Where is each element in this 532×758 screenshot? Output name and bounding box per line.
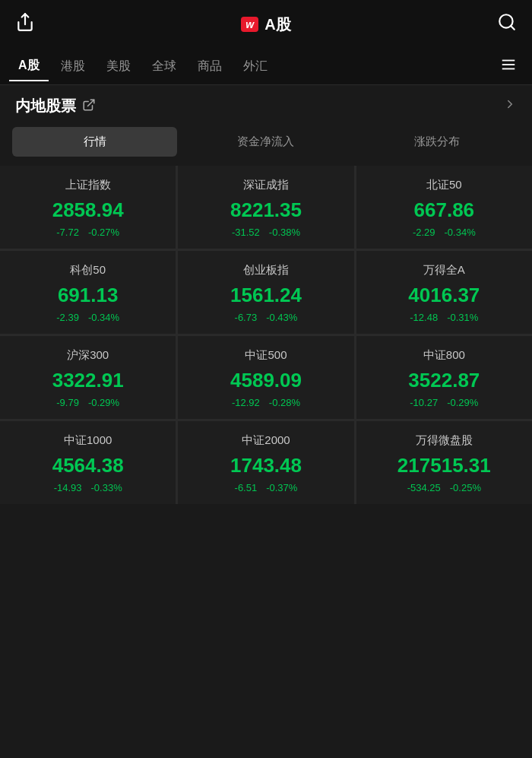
stock-value: 1561.24 bbox=[230, 284, 302, 307]
nav-tab-ashares[interactable]: A股 bbox=[9, 52, 49, 81]
stock-changes: -10.27 -0.29% bbox=[410, 397, 478, 408]
stock-change-pct: -0.37% bbox=[266, 482, 297, 493]
stock-change-abs: -14.93 bbox=[54, 482, 82, 493]
stock-name: 北证50 bbox=[426, 178, 462, 192]
stock-change-pct: -0.38% bbox=[269, 227, 300, 238]
stock-change-abs: -6.51 bbox=[235, 482, 258, 493]
stock-change-pct: -0.43% bbox=[266, 312, 297, 323]
section-title-text: 内地股票 bbox=[15, 96, 76, 116]
external-link-icon[interactable] bbox=[82, 98, 96, 115]
stock-change-pct: -0.25% bbox=[450, 482, 481, 493]
stock-change-pct: -0.29% bbox=[447, 397, 478, 408]
stock-card[interactable]: 万得微盘股 217515.31 -534.25 -0.25% bbox=[356, 421, 532, 504]
stock-name: 万得全A bbox=[423, 263, 465, 278]
stock-changes: -9.79 -0.29% bbox=[56, 397, 119, 408]
search-icon[interactable] bbox=[497, 12, 517, 36]
stock-name: 万得微盘股 bbox=[416, 433, 473, 448]
stock-card[interactable]: 万得全A 4016.37 -12.48 -0.31% bbox=[356, 251, 532, 334]
stock-value: 8221.35 bbox=[230, 198, 302, 222]
stock-name: 创业板指 bbox=[243, 263, 289, 278]
stock-card[interactable]: 深证成指 8221.35 -31.52 -0.38% bbox=[178, 166, 353, 249]
nav-tab-hkshares[interactable]: 港股 bbox=[52, 52, 94, 81]
stock-name: 中证1000 bbox=[64, 433, 112, 448]
share-icon[interactable] bbox=[15, 12, 35, 36]
stock-changes: -534.25 -0.25% bbox=[407, 482, 481, 493]
stock-name: 沪深300 bbox=[67, 348, 109, 363]
header-title: w A股 bbox=[241, 14, 290, 35]
header-title-text: A股 bbox=[264, 14, 290, 35]
stock-change-abs: -2.39 bbox=[56, 312, 79, 323]
stock-name: 中证2000 bbox=[242, 433, 290, 448]
sub-tab-quotes[interactable]: 行情 bbox=[12, 127, 177, 157]
stock-changes: -31.52 -0.38% bbox=[232, 227, 300, 238]
stock-change-abs: -12.92 bbox=[232, 397, 260, 408]
stock-value: 667.86 bbox=[414, 198, 475, 222]
stock-value: 3322.91 bbox=[52, 369, 124, 392]
stock-change-pct: -0.31% bbox=[447, 312, 478, 323]
section-header: 内地股票 bbox=[0, 85, 532, 127]
stock-changes: -12.48 -0.31% bbox=[410, 312, 478, 323]
stock-card[interactable]: 沪深300 3322.91 -9.79 -0.29% bbox=[0, 336, 176, 419]
stock-card[interactable]: 北证50 667.86 -2.29 -0.34% bbox=[356, 166, 532, 249]
stock-card[interactable]: 中证2000 1743.48 -6.51 -0.37% bbox=[178, 421, 353, 504]
stock-changes: -7.72 -0.27% bbox=[56, 227, 119, 238]
stock-card[interactable]: 中证800 3522.87 -10.27 -0.29% bbox=[356, 336, 532, 419]
stock-value: 691.13 bbox=[58, 284, 119, 307]
stock-change-abs: -10.27 bbox=[410, 397, 438, 408]
stock-change-abs: -6.73 bbox=[235, 312, 258, 323]
nav-tab-usshares[interactable]: 美股 bbox=[97, 52, 140, 81]
stock-change-abs: -31.52 bbox=[232, 227, 260, 238]
stock-value: 4564.38 bbox=[52, 454, 124, 477]
stock-changes: -2.39 -0.34% bbox=[56, 312, 119, 323]
stock-value: 1743.48 bbox=[230, 454, 302, 477]
stock-name: 深证成指 bbox=[243, 178, 289, 192]
stock-name: 中证500 bbox=[245, 348, 287, 363]
stock-value: 3522.87 bbox=[408, 369, 480, 392]
stock-change-abs: -2.29 bbox=[413, 227, 435, 238]
sub-tab-funds-flow[interactable]: 资金净流入 bbox=[183, 127, 348, 157]
stock-value: 2858.94 bbox=[52, 198, 124, 222]
stock-change-pct: -0.28% bbox=[269, 397, 300, 408]
stock-card[interactable]: 上证指数 2858.94 -7.72 -0.27% bbox=[0, 166, 176, 249]
stock-changes: -12.92 -0.28% bbox=[232, 397, 300, 408]
stock-value: 4589.09 bbox=[230, 369, 302, 392]
sub-tabs: 行情 资金净流入 涨跌分布 bbox=[0, 127, 532, 166]
stock-changes: -6.73 -0.43% bbox=[235, 312, 298, 323]
stock-name: 中证800 bbox=[423, 348, 465, 363]
stock-change-pct: -0.29% bbox=[88, 397, 119, 408]
stock-change-abs: -7.72 bbox=[56, 227, 79, 238]
nav-tab-commodities[interactable]: 商品 bbox=[188, 52, 231, 81]
w-badge: w bbox=[241, 17, 258, 32]
svg-line-6 bbox=[88, 100, 94, 106]
stock-change-abs: -534.25 bbox=[407, 482, 441, 493]
nav-tab-global[interactable]: 全球 bbox=[143, 52, 185, 81]
app-header: w A股 bbox=[0, 0, 532, 49]
stock-changes: -6.51 -0.37% bbox=[235, 482, 298, 493]
stock-value: 217515.31 bbox=[397, 454, 491, 477]
stock-card[interactable]: 创业板指 1561.24 -6.73 -0.43% bbox=[178, 251, 353, 334]
section-title: 内地股票 bbox=[15, 96, 96, 116]
stock-card[interactable]: 中证500 4589.09 -12.92 -0.28% bbox=[178, 336, 353, 419]
stock-change-pct: -0.34% bbox=[445, 227, 476, 238]
stock-change-abs: -12.48 bbox=[410, 312, 438, 323]
stock-card[interactable]: 中证1000 4564.38 -14.93 -0.33% bbox=[0, 421, 176, 504]
stock-name: 科创50 bbox=[70, 263, 106, 278]
sub-tab-rise-fall[interactable]: 涨跌分布 bbox=[355, 127, 520, 157]
stock-change-pct: -0.34% bbox=[88, 312, 119, 323]
stock-value: 4016.37 bbox=[408, 284, 480, 307]
nav-tab-forex[interactable]: 外汇 bbox=[234, 52, 277, 81]
stock-card[interactable]: 科创50 691.13 -2.39 -0.34% bbox=[0, 251, 176, 334]
stock-change-pct: -0.33% bbox=[91, 482, 122, 493]
stock-changes: -14.93 -0.33% bbox=[54, 482, 122, 493]
nav-tabs: A股 港股 美股 全球 商品 外汇 bbox=[0, 49, 532, 85]
section-chevron-icon[interactable] bbox=[503, 97, 517, 115]
stock-change-pct: -0.27% bbox=[88, 227, 119, 238]
nav-more-icon[interactable] bbox=[494, 50, 523, 83]
stock-changes: -2.29 -0.34% bbox=[413, 227, 476, 238]
stock-change-abs: -9.79 bbox=[56, 397, 79, 408]
stock-name: 上证指数 bbox=[65, 178, 111, 192]
svg-line-2 bbox=[511, 26, 515, 30]
stocks-grid: 上证指数 2858.94 -7.72 -0.27% 深证成指 8221.35 -… bbox=[0, 166, 532, 504]
